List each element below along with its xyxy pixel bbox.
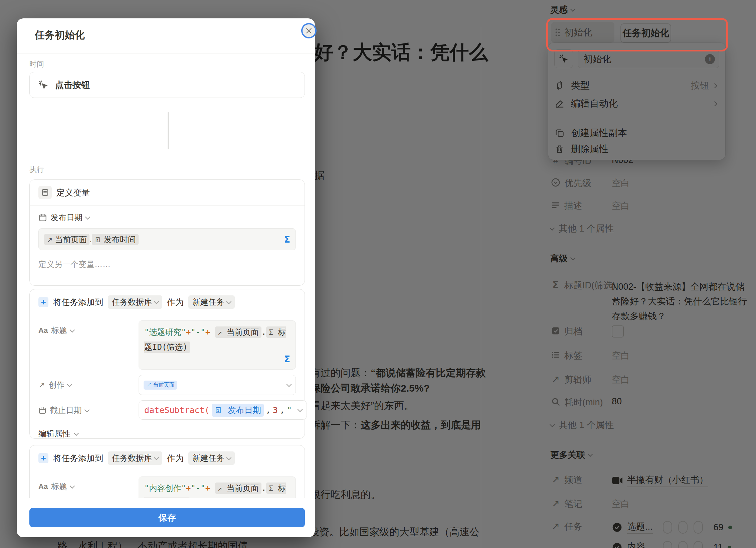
save-button[interactable]: 保存 <box>29 508 305 527</box>
plus-icon: + <box>38 453 48 463</box>
title-property-dropdown[interactable]: Aa 标题 <box>38 320 139 336</box>
arrow-up-right-icon: ↗ <box>218 485 222 493</box>
due-date-property-dropdown[interactable]: 截止日期 <box>38 400 139 416</box>
aa-icon: Aa <box>38 482 48 491</box>
add-task-card-2: + 将任务添加到 任务数据库 作为 新建任务 Aa 标题 "内容创作"+"-"+… <box>29 445 305 498</box>
arrow-up-right-icon: ↗ <box>218 328 222 336</box>
task-init-dialog: 任务初始化 时间 点击按钮 执行 定义变量 发布日期 ↗ 当前页面.🗓 发布时间… <box>17 18 315 537</box>
create-value-select[interactable]: ↗ 当前页面 <box>139 375 296 395</box>
current-page-chip[interactable]: ↗ 当前页面 <box>215 483 261 494</box>
formula-sigma-icon[interactable]: Σ <box>284 233 290 247</box>
close-button[interactable] <box>303 24 315 37</box>
trigger-section-label: 时间 <box>29 59 44 69</box>
due-date-field-row: 截止日期 dateSubtract( 🗓 发布日期 , 3 , " <box>30 400 305 420</box>
publish-time-chip[interactable]: 🗓 发布时间 <box>92 234 139 245</box>
title-field-row: Aa 标题 "内容创作"+"-"+ ↗ 当前页面.Σ 标题ID(筛选) <box>30 476 305 498</box>
sigma-icon: Σ <box>269 485 273 493</box>
plus-icon: + <box>38 297 48 307</box>
mode-select[interactable]: 新建任务 <box>188 295 235 309</box>
chevron-down-icon <box>67 382 72 387</box>
add-variable-placeholder[interactable]: 定义另一个变量…… <box>30 250 305 270</box>
current-page-chip[interactable]: ↗ 当前页面 <box>215 326 261 338</box>
chevron-down-icon <box>154 299 159 304</box>
variable-icon <box>38 186 52 199</box>
chevron-down-icon <box>84 407 90 412</box>
chevron-down-icon <box>85 214 90 220</box>
sigma-icon: Σ <box>269 328 273 336</box>
dialog-divider <box>17 53 315 53</box>
calendar-icon <box>38 406 46 414</box>
chevron-down-icon <box>226 455 232 460</box>
variable-formula-input[interactable]: ↗ 当前页面.🗓 发布时间 Σ <box>38 228 296 250</box>
calendar-icon <box>38 213 47 222</box>
arrow-up-right-icon: ↗ <box>146 382 152 388</box>
add-task-header: + 将任务添加到 任务数据库 作为 新建任务 <box>30 289 305 315</box>
publish-date-chip: 🗓 发布日期 <box>212 404 264 417</box>
click-icon <box>38 80 48 90</box>
chevron-down-icon <box>70 327 75 332</box>
create-field-row: ↗ 创作 ↗ 当前页面 <box>30 375 305 395</box>
mode-select[interactable]: 新建任务 <box>188 451 235 465</box>
database-select[interactable]: 任务数据库 <box>108 295 162 309</box>
actions-section-label: 执行 <box>29 165 44 175</box>
chevron-down-icon <box>287 382 292 387</box>
trigger-button[interactable]: 点击按钮 <box>29 72 305 98</box>
variable-name-dropdown[interactable]: 发布日期 <box>30 206 305 223</box>
flow-connector <box>168 112 169 149</box>
title-formula-input[interactable]: "选题研究"+"-"+ ↗ 当前页面.Σ 标题ID(筛选) Σ <box>139 320 296 370</box>
current-page-chip: ↗ 当前页面 <box>144 381 177 390</box>
title-field-row: Aa 标题 "选题研究"+"-"+ ↗ 当前页面.Σ 标题ID(筛选) Σ <box>30 320 305 370</box>
arrow-up-right-icon: ↗ <box>47 236 53 244</box>
chevron-down-icon <box>74 430 79 436</box>
chevron-down-icon <box>154 455 159 460</box>
chevron-down-icon <box>298 407 303 412</box>
add-task-card-1: + 将任务添加到 任务数据库 作为 新建任务 Aa 标题 "选题研究"+"-"+… <box>29 289 305 439</box>
define-variable-card: 定义变量 发布日期 ↗ 当前页面.🗓 发布时间 Σ 定义另一个变量…… <box>29 179 305 286</box>
database-select[interactable]: 任务数据库 <box>108 451 162 465</box>
relation-arrow-icon: ↗ <box>38 380 45 390</box>
edit-properties-toggle[interactable]: 编辑属性 <box>30 420 305 439</box>
calendar-icon: 🗓 <box>94 236 102 244</box>
close-icon <box>306 28 312 34</box>
formula-sigma-icon[interactable]: Σ <box>284 352 290 367</box>
add-task-card-2-clip: + 将任务添加到 任务数据库 作为 新建任务 Aa 标题 "内容创作"+"-"+… <box>29 445 305 498</box>
chevron-down-icon <box>226 299 232 304</box>
current-page-chip[interactable]: ↗ 当前页面 <box>44 234 89 245</box>
trigger-label: 点击按钮 <box>55 79 90 91</box>
due-date-formula-input[interactable]: dateSubtract( 🗓 发布日期 , 3 , " <box>139 400 307 420</box>
title-property-dropdown[interactable]: Aa 标题 <box>38 476 139 492</box>
create-property-dropdown[interactable]: ↗ 创作 <box>38 375 139 390</box>
dialog-title: 任务初始化 <box>35 28 85 42</box>
chevron-down-icon <box>70 483 75 489</box>
title-formula-input[interactable]: "内容创作"+"-"+ ↗ 当前页面.Σ 标题ID(筛选) <box>139 476 296 498</box>
add-task-header: + 将任务添加到 任务数据库 作为 新建任务 <box>30 445 305 471</box>
define-variable-header[interactable]: 定义变量 <box>30 180 305 205</box>
aa-icon: Aa <box>38 326 48 335</box>
